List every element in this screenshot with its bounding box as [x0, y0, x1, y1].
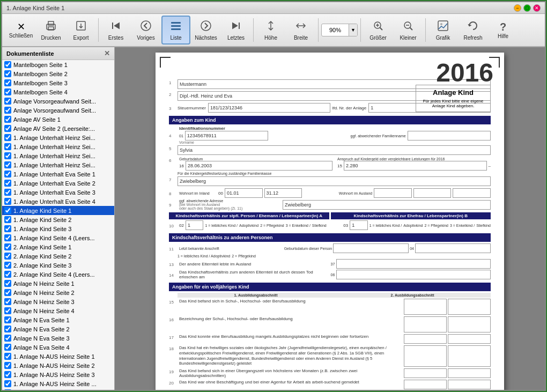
sidebar-item-checkbox[interactable] [4, 107, 11, 114]
sidebar-item-checkbox[interactable] [4, 225, 11, 232]
sidebar-item-checkbox[interactable] [4, 316, 11, 323]
sidebar-item[interactable]: 1. Anlage N-AUS Eva Seite 1 [2, 388, 114, 390]
sidebar-item-checkbox[interactable] [4, 180, 11, 187]
sidebar-item-checkbox[interactable] [4, 79, 11, 86]
sidebar-item[interactable]: 1. Anlage Unterhalt Eva Seite 1 [2, 169, 114, 179]
sidebar-item-checkbox[interactable] [4, 243, 11, 250]
sidebar-item-checkbox[interactable] [4, 88, 11, 95]
sidebar-item-checkbox[interactable] [4, 198, 11, 205]
sidebar-item-checkbox[interactable] [4, 380, 11, 387]
sidebar-item[interactable]: Anlage N Eva Seite 2 [2, 324, 114, 334]
sidebar-item-checkbox[interactable] [4, 262, 11, 269]
sidebar-item-checkbox[interactable] [4, 143, 11, 150]
sidebar-item[interactable]: Mantelbogen Seite 3 [2, 78, 114, 87]
sidebar-item-checkbox[interactable] [4, 70, 11, 77]
zoom-input[interactable]: 90% [322, 27, 349, 33]
zoom-control[interactable]: 90% ▼ [321, 24, 358, 36]
sidebar-item[interactable]: 2. Anlage Kind Seite 4 (Leers... [2, 270, 114, 279]
sidebar-item[interactable]: 1. Anlage Unterhalt Heinz Sei... [2, 142, 114, 151]
sidebar-item[interactable]: 1. Anlage Unterhalt Eva Seite 3 [2, 188, 114, 197]
sidebar-item[interactable]: 1. Anlage N-AUS Heinz Seite ... [2, 379, 114, 388]
sidebar-item-checkbox[interactable] [4, 171, 11, 177]
sidebar-item-checkbox[interactable] [4, 207, 11, 214]
drucken-button[interactable]: Drucken [36, 16, 65, 45]
groesser-button[interactable]: Größer [364, 16, 393, 45]
sidebar-item[interactable]: Mantelbogen Seite 4 [2, 87, 114, 97]
sidebar-item[interactable]: Anlage Vorsorgeaufwand Seit... [2, 106, 114, 115]
sidebar-item[interactable]: Mantelbogen Seite 1 [2, 60, 114, 69]
hilfe-button[interactable]: ? Hilfe [489, 16, 518, 45]
sidebar-item[interactable]: 2. Anlage Kind Seite 1 [2, 242, 114, 252]
zoom-dropdown-arrow[interactable]: ▼ [349, 24, 357, 36]
sidebar-item[interactable]: Anlage Vorsorgeaufwand Seit... [2, 97, 114, 106]
sidebar-item[interactable]: Anlage N Eva Seite 4 [2, 343, 114, 352]
sidebar-item[interactable]: 1. Anlage N-AUS Heinz Seite 3 [2, 370, 114, 379]
breite-button[interactable]: Breite [286, 16, 315, 45]
sidebar-item-checkbox[interactable] [4, 326, 11, 332]
row12-label2: 2 = Pflegekind [232, 254, 256, 258]
sidebar-item[interactable]: 1. Anlage Kind Seite 2 [2, 215, 114, 224]
sidebar-item-checkbox[interactable] [4, 344, 11, 351]
sidebar-list[interactable]: Mantelbogen Seite 1Mantelbogen Seite 2Ma… [2, 60, 114, 390]
sidebar-item-label: 1. Anlage Kind Seite 1 [13, 208, 71, 214]
sidebar-item[interactable]: Anlage AV Seite 1 [2, 115, 114, 124]
maximize-button[interactable]: □ [523, 4, 531, 12]
sidebar-item-checkbox[interactable] [4, 134, 11, 141]
liste-button[interactable]: Liste [161, 16, 190, 45]
refresh-button[interactable]: Refresh [459, 16, 487, 45]
sidebar-item-checkbox[interactable] [4, 161, 11, 168]
sidebar-item[interactable]: 1. Anlage N-AUS Heinz Seite 2 [2, 361, 114, 370]
letztes-button[interactable]: Letztes [221, 16, 250, 45]
sidebar-close-button[interactable]: ✕ [104, 49, 110, 57]
sidebar-item[interactable]: 1. Anlage Unterhalt Heinz Sei... [2, 160, 114, 169]
sidebar-item-checkbox[interactable] [4, 116, 11, 123]
voriges-button[interactable]: Voriges [131, 16, 160, 45]
sidebar-item-checkbox[interactable] [4, 216, 11, 223]
sidebar-item[interactable]: Mantelbogen Seite 2 [2, 69, 114, 78]
sidebar-item-checkbox[interactable] [4, 362, 11, 369]
sidebar-item[interactable]: Anlage N Eva Seite 3 [2, 334, 114, 343]
sidebar-item[interactable]: 2. Anlage Kind Seite 3 [2, 261, 114, 270]
sidebar-item-checkbox[interactable] [4, 271, 11, 278]
document-view[interactable]: 2016 Anlage Kind Für jedes Kind bitte ei… [115, 47, 545, 390]
sidebar-item-checkbox[interactable] [4, 389, 11, 390]
sidebar-item[interactable]: 2. Anlage Kind Seite 2 [2, 252, 114, 261]
naechstes-button[interactable]: Nächstes [191, 16, 220, 45]
kleiner-button[interactable]: Kleiner [394, 16, 423, 45]
sidebar-item-checkbox[interactable] [4, 234, 11, 241]
export-button[interactable]: Export [66, 16, 95, 45]
sidebar-item[interactable]: 1. Anlage Unterhalt Eva Seite 4 [2, 197, 114, 206]
sidebar-item-checkbox[interactable] [4, 289, 11, 296]
sidebar-item-checkbox[interactable] [4, 280, 11, 287]
sidebar-item-checkbox[interactable] [4, 189, 11, 196]
sidebar-item-checkbox[interactable] [4, 61, 11, 68]
sidebar-item-checkbox[interactable] [4, 335, 11, 342]
sidebar-item-checkbox[interactable] [4, 371, 11, 378]
sidebar-item-checkbox[interactable] [4, 152, 11, 159]
sidebar-item[interactable]: Anlage N Heinz Seite 4 [2, 306, 114, 315]
grafik-button[interactable]: Grafik [428, 16, 457, 45]
sidebar-item-checkbox[interactable] [4, 307, 11, 314]
sidebar-item[interactable]: 1. Anlage Kind Seite 4 (Leers... [2, 233, 114, 242]
sidebar-item[interactable]: 1. Anlage Kind Seite 1 [2, 206, 114, 215]
sidebar-item-checkbox[interactable] [4, 353, 11, 360]
close-window-button[interactable]: ✕ [533, 4, 541, 12]
sidebar-item[interactable]: Anlage AV Seite 2 (Leerseite:... [2, 124, 114, 133]
sidebar-item-checkbox[interactable] [4, 253, 11, 260]
sidebar-item[interactable]: 1. Anlage Unterhalt Eva Seite 2 [2, 179, 114, 188]
sidebar-item-checkbox[interactable] [4, 125, 11, 132]
sidebar-item[interactable]: 1. Anlage Kind Seite 3 [2, 224, 114, 233]
sidebar-item-checkbox[interactable] [4, 298, 11, 305]
sidebar-item[interactable]: Anlage N Heinz Seite 3 [2, 297, 114, 306]
sidebar-item-checkbox[interactable] [4, 98, 11, 105]
minimize-button[interactable]: − [514, 4, 521, 12]
sidebar-item[interactable]: 1. Anlage Unterhalt Heinz Sei... [2, 133, 114, 142]
sidebar-item[interactable]: Anlage N Heinz Seite 2 [2, 288, 114, 297]
sidebar-item[interactable]: Anlage N Eva Seite 1 [2, 315, 114, 324]
sidebar-item[interactable]: Anlage N Heinz Seite 1 [2, 279, 114, 288]
sidebar-item[interactable]: 1. Anlage N-AUS Heinz Seite 1 [2, 352, 114, 361]
hoehe-button[interactable]: Höhe [256, 16, 285, 45]
schliessen-button[interactable]: ✕ Schließen [6, 16, 35, 45]
erstes-button[interactable]: Erstes [101, 16, 130, 45]
sidebar-item[interactable]: 1. Anlage Unterhalt Heinz Sei... [2, 151, 114, 160]
